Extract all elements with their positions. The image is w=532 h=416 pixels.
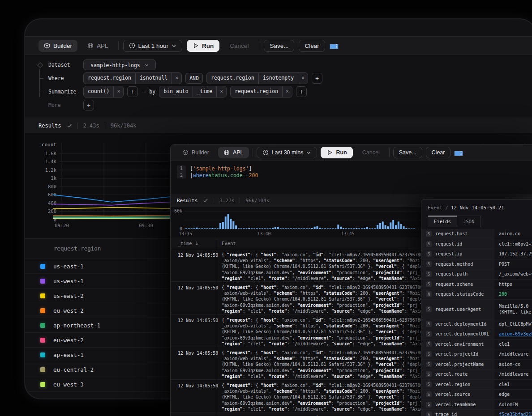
apl-code-editor[interactable]: 1['sample-http-logs']2| where status.cod… <box>171 161 532 194</box>
bar <box>198 229 200 229</box>
field-row[interactable]: Strace_idf5ce35bfad21272 <box>421 410 532 416</box>
bar <box>290 229 292 229</box>
filter-chip[interactable]: request.region× <box>230 86 292 98</box>
field-value[interactable]: axiom-69v3qzkme <box>494 329 532 339</box>
tab-json[interactable]: JSON <box>457 216 481 227</box>
remove-chip-icon[interactable]: × <box>113 86 123 97</box>
bar <box>324 229 326 229</box>
field-row[interactable]: Srequest.ip107.152.37.79 <box>421 249 532 259</box>
bar <box>335 229 336 229</box>
run-button[interactable]: Run <box>187 40 219 52</box>
field-row[interactable]: Srequest.path/_axiom/web-v <box>421 269 532 280</box>
filter-chip[interactable]: request.regionisnotempty× <box>206 72 308 84</box>
time-range-button[interactable]: Last 1 hour <box>123 40 183 52</box>
bar <box>405 228 407 229</box>
event-time: 12 Nov 14:05:50 <box>178 318 218 323</box>
field-row[interactable]: Svercel.deploymentIddpl_CtLGBpMvY <box>421 319 532 330</box>
field-row[interactable]: Svercel.route/middleware <box>421 369 532 380</box>
field-name-label: trace_id <box>435 412 457 416</box>
field-row[interactable]: Svercel.sourceedge <box>421 390 532 400</box>
field-type-badge: S <box>426 306 432 312</box>
legend-label: eu-west-3 <box>53 381 84 388</box>
more-menu-button[interactable] <box>454 151 463 156</box>
more-menu-button[interactable] <box>330 44 339 49</box>
field-row[interactable]: Srequest.userAgentMozilla/5.0 (W(KHTML, … <box>421 300 532 319</box>
check-icon <box>67 123 72 128</box>
add-filter-button[interactable]: + <box>127 86 138 97</box>
event-timestamp: 12 Nov 14:05:50.21 <box>451 205 504 211</box>
clear-button[interactable]: Clear <box>426 147 451 158</box>
field-value: 107.152.37.79 <box>494 249 532 259</box>
field-type-badge: S <box>426 241 432 247</box>
save-button[interactable]: Save... <box>393 147 422 158</box>
code-line[interactable]: 2| where status.code == 200 <box>171 172 532 178</box>
time-range-button[interactable]: Last 30 mins <box>257 147 317 158</box>
bar <box>217 229 219 229</box>
event-detail-panel: Event / 12 Nov 14:05:50.21 FieldsJSON Sr… <box>421 199 532 416</box>
stage: Builder APL Last 1 hour Run Cancel Save.… <box>0 0 532 416</box>
query-tree-tick <box>40 78 43 79</box>
cancel-button[interactable]: Cancel <box>356 147 386 158</box>
more-label: More <box>48 99 61 111</box>
add-filter-button[interactable]: + <box>296 86 307 97</box>
bar <box>201 229 203 229</box>
dataset-select[interactable]: sample-http-logs <box>83 59 156 70</box>
tab-apl[interactable]: APL <box>218 147 249 158</box>
field-row[interactable]: Svercel.environmentcle1 <box>421 340 532 350</box>
tab-apl[interactable]: APL <box>82 40 114 52</box>
field-value: dpl_CtLGBpMvY <box>494 319 532 329</box>
time-column-header[interactable]: _time <box>171 238 217 249</box>
field-row[interactable]: Srequest.idcle1::m8pv2-16 <box>421 239 532 250</box>
tab-builder[interactable]: Builder <box>177 147 215 158</box>
and-operator-chip[interactable]: AND <box>185 73 203 84</box>
y-tick-label: 800 <box>48 184 56 189</box>
toolbar-divider <box>259 41 259 50</box>
filter-chip[interactable]: count()× <box>83 86 124 98</box>
bar <box>317 226 318 229</box>
tab-apl-label: APL <box>233 149 244 156</box>
remove-chip-icon[interactable]: × <box>282 86 292 97</box>
remove-chip-icon[interactable]: × <box>172 73 181 84</box>
bar <box>395 225 397 229</box>
legend-label: us-east-2 <box>53 293 84 299</box>
code-line[interactable]: 1['sample-http-logs'] <box>171 165 532 172</box>
bar <box>251 229 253 229</box>
field-value: cle1 <box>494 380 532 390</box>
field-name-label: vercel.projectName <box>435 362 484 367</box>
field-row[interactable]: Srequest.methodPOST <box>421 259 532 270</box>
tab-builder[interactable]: Builder <box>39 40 77 52</box>
field-name-label: vercel.region <box>435 382 470 387</box>
remove-chip-icon[interactable]: × <box>216 86 226 97</box>
save-button[interactable]: Save... <box>264 40 294 52</box>
field-row[interactable]: Svercel.projectId/middleware <box>421 349 532 360</box>
filter-chip[interactable]: bin_auto_time× <box>159 86 227 98</box>
event-time: 12 Nov 14:05:50 <box>178 253 218 258</box>
field-row[interactable]: Svercel.regioncle1 <box>421 380 532 390</box>
remove-chip-icon[interactable]: × <box>298 73 308 84</box>
code-token: where <box>193 172 209 178</box>
field-value[interactable]: f5ce35bfad21272 <box>494 410 532 416</box>
add-filter-button[interactable]: + <box>312 73 322 84</box>
bar <box>222 222 224 229</box>
bar <box>227 214 229 229</box>
field-row[interactable]: Srequest.hostaxiom.co <box>421 229 532 239</box>
field-name-label: vercel.environment <box>435 342 484 347</box>
run-button[interactable]: Run <box>321 147 352 158</box>
field-row[interactable]: Svercel.teamNameAxiomFM <box>421 400 532 410</box>
line-number: 2 <box>177 172 186 178</box>
cancel-button[interactable]: Cancel <box>224 40 254 52</box>
field-row[interactable]: Srequest.schemehttps <box>421 280 532 290</box>
add-clause-button[interactable]: + <box>83 100 94 110</box>
bar <box>364 228 365 229</box>
field-row[interactable]: Nrequest.statusCode200 <box>421 289 532 300</box>
code-token: ] <box>249 166 252 172</box>
field-row[interactable]: Svercel.deploymentURLaxiom-69v3qzkme <box>421 329 532 340</box>
tab-apl-label: APL <box>97 42 108 49</box>
code-token: [ <box>190 166 193 172</box>
field-row[interactable]: Svercel.projectNameaxiom-co <box>421 360 532 370</box>
tab-fields[interactable]: Fields <box>428 216 457 227</box>
clear-button[interactable]: Clear <box>299 40 325 52</box>
filter-chip[interactable]: request.regionisnotnull× <box>83 72 182 84</box>
bar <box>382 221 384 229</box>
toolbar-divider <box>118 41 119 50</box>
